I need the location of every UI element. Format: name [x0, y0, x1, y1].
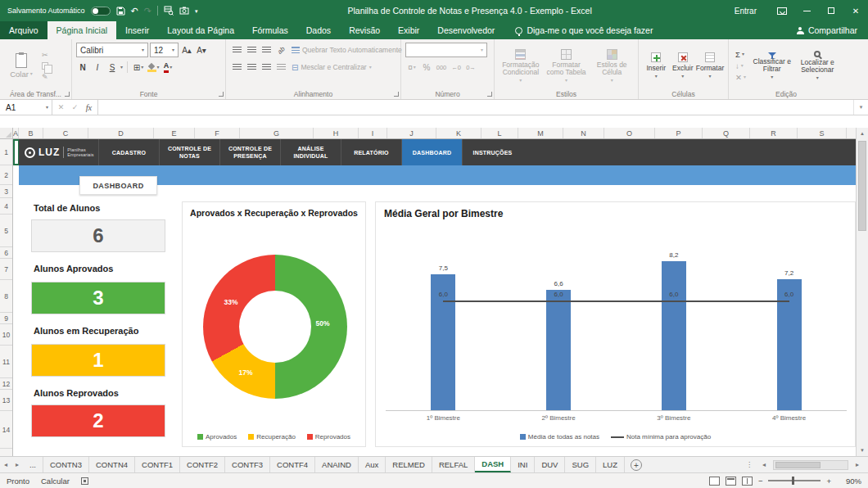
align-right-button[interactable]: [260, 60, 273, 75]
sheet-tab-contf2[interactable]: CONTF2: [180, 457, 225, 472]
row-header-5[interactable]: 5: [0, 215, 12, 247]
sort-filter-button[interactable]: Classificar e Filtrar ▾: [750, 52, 794, 79]
format-cells-button[interactable]: Formatar ▾: [696, 52, 724, 79]
align-center-button[interactable]: [245, 60, 258, 75]
status-calculate[interactable]: Calcular: [41, 477, 70, 486]
sheet-scroll-left-button[interactable]: ◂: [0, 457, 11, 472]
find-select-button[interactable]: Localizar e Selecionar ▾: [795, 51, 839, 80]
nav-item-relat-rio[interactable]: RELATÓRIO: [341, 139, 401, 165]
name-box[interactable]: A1▾: [0, 100, 52, 115]
zoom-slider[interactable]: [768, 480, 821, 481]
clipboard-dialog-launcher[interactable]: [65, 92, 70, 97]
autosum-button[interactable]: Σ▾: [735, 50, 746, 59]
cut-button[interactable]: ✂: [42, 51, 48, 59]
page-layout-view-button[interactable]: [726, 477, 736, 486]
hscrollbar-thumb[interactable]: [775, 462, 821, 468]
sheet-tab-dash[interactable]: DASH: [475, 457, 511, 472]
font-size-select[interactable]: 12▾: [150, 43, 179, 57]
scrollbar-thumb[interactable]: [858, 141, 866, 231]
align-left-button[interactable]: [230, 60, 243, 75]
clear-button[interactable]: ✕▾: [735, 73, 746, 82]
zoom-level[interactable]: 90%: [837, 477, 861, 486]
formula-input[interactable]: [98, 100, 853, 115]
share-button[interactable]: Compartilhar: [797, 21, 868, 39]
sheet-tab-duv[interactable]: DUV: [535, 457, 565, 472]
insert-function-button[interactable]: fx: [82, 103, 96, 112]
macro-record-button[interactable]: [81, 477, 88, 485]
sheet-tab-contn4[interactable]: CONTN4: [89, 457, 135, 472]
hscroll-left-button[interactable]: ◂: [758, 461, 770, 468]
column-header-C[interactable]: C: [43, 128, 88, 138]
cell-styles-button[interactable]: Estilos de Célula ▾: [590, 49, 634, 83]
align-top-button[interactable]: [230, 43, 243, 57]
sheet-tab-contn3[interactable]: CONTN3: [43, 457, 89, 472]
underline-options-chevron[interactable]: ▾: [120, 65, 123, 70]
column-header-Q[interactable]: Q: [703, 128, 750, 138]
row-header-11[interactable]: 11: [0, 346, 12, 378]
zoom-out-button[interactable]: −: [758, 477, 763, 486]
select-all-corner[interactable]: [0, 128, 13, 139]
column-header-B[interactable]: B: [19, 128, 43, 138]
camera-button[interactable]: [179, 7, 189, 15]
ribbon-tab-p-gina-inicial[interactable]: Página Inicial: [47, 21, 116, 39]
column-header-S[interactable]: S: [798, 128, 847, 138]
align-bottom-button[interactable]: [260, 43, 273, 57]
zoom-slider-thumb[interactable]: [792, 477, 794, 485]
column-header-M[interactable]: M: [518, 128, 563, 138]
column-header-L[interactable]: L: [481, 128, 518, 138]
tell-me-box[interactable]: Diga-me o que você deseja fazer: [515, 21, 653, 39]
sheet-tab-ini[interactable]: INI: [511, 457, 535, 472]
sheet-area[interactable]: LUZ Planilhas Empresariais CADASTROCONTR…: [13, 139, 856, 456]
nav-item-controle-de-notas[interactable]: CONTROLE DE NOTAS: [159, 139, 219, 165]
comma-style-button[interactable]: 000: [435, 60, 448, 75]
nav-item-an-lise-individual[interactable]: ANÁLISE INDIVIDUAL: [280, 139, 341, 165]
ribbon-tab-inserir[interactable]: Inserir: [116, 21, 158, 39]
wrap-text-button[interactable]: Quebrar Texto Automaticamente: [289, 43, 405, 57]
row-header-4[interactable]: 4: [0, 198, 12, 215]
sheet-tab-relmed[interactable]: RELMED: [386, 457, 432, 472]
close-button[interactable]: ✕: [843, 0, 868, 21]
column-header-P[interactable]: P: [655, 128, 703, 138]
column-header-F[interactable]: F: [195, 128, 240, 138]
increase-font-button[interactable]: A▴: [180, 43, 193, 57]
align-middle-button[interactable]: [245, 43, 258, 57]
nav-item-cadastro[interactable]: CADASTRO: [98, 139, 159, 165]
column-header-R[interactable]: R: [750, 128, 798, 138]
formula-bar-collapse-button[interactable]: ▾: [853, 100, 868, 115]
column-header-E[interactable]: E: [154, 128, 195, 138]
sheet-tab-contf1[interactable]: CONTF1: [135, 457, 180, 472]
page-break-view-button[interactable]: [742, 477, 753, 486]
restore-button[interactable]: [819, 0, 843, 21]
borders-button[interactable]: ⊞▾: [132, 60, 145, 75]
tab-split-handle[interactable]: ⋮: [744, 461, 755, 468]
fill-color-button[interactable]: ▾: [147, 60, 160, 75]
sheet-tab-contf3[interactable]: CONTF3: [225, 457, 270, 472]
nav-item-controle-de-presen-a[interactable]: CONTROLE DE PRESENÇA: [219, 139, 280, 165]
column-header-H[interactable]: H: [314, 128, 359, 138]
column-header-A[interactable]: A: [13, 128, 19, 138]
alignment-dialog-launcher[interactable]: [394, 92, 399, 97]
horizontal-scrollbar[interactable]: [773, 460, 848, 470]
sheet-tab-aux[interactable]: Aux: [359, 457, 386, 472]
row-header-12[interactable]: 12: [0, 378, 12, 390]
scroll-down-button[interactable]: ▼: [857, 445, 868, 456]
row-header-14[interactable]: 14: [0, 411, 12, 449]
delete-cells-button[interactable]: Excluir ▾: [670, 52, 697, 79]
cancel-button[interactable]: ✕: [54, 103, 68, 111]
zoom-in-button[interactable]: +: [826, 477, 831, 486]
decrease-font-button[interactable]: A▾: [195, 43, 208, 57]
new-sheet-button[interactable]: +: [631, 459, 642, 471]
sheet-tab-anaind[interactable]: ANAIND: [315, 457, 359, 472]
normal-view-button[interactable]: [709, 477, 720, 486]
ribbon-tab-exibir[interactable]: Exibir: [389, 21, 428, 39]
nav-item-dashboard[interactable]: DASHBOARD: [401, 139, 462, 165]
lookup-button[interactable]: [164, 6, 174, 16]
row-header-13[interactable]: 13: [0, 390, 12, 411]
row-header-3[interactable]: 3: [0, 185, 12, 198]
bold-button[interactable]: N: [76, 60, 89, 75]
row-header-2[interactable]: 2: [0, 165, 12, 185]
scroll-up-button[interactable]: ▲: [857, 128, 868, 139]
paste-button[interactable]: Colar▾: [4, 43, 38, 88]
row-header-6[interactable]: 6: [0, 247, 12, 259]
enter-button[interactable]: ✓: [68, 103, 82, 111]
